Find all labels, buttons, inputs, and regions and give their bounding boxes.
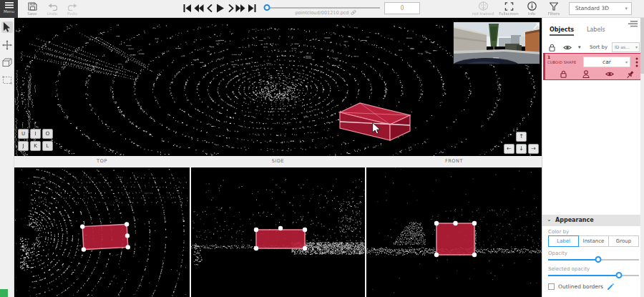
tab-labels[interactable]: Labels [587,26,605,33]
sidebar-scrollbar[interactable] [640,18,644,297]
filters-button[interactable]: Filters [544,0,564,18]
nav-right-button[interactable]: → [528,144,539,154]
cuboid-tool-button[interactable] [1,57,13,69]
tool-palette [0,18,14,297]
opacity-slider-handle[interactable] [595,256,601,263]
fast-forward-button[interactable] [235,4,245,13]
appearance-section-header[interactable]: ⌄ Appearance [542,215,641,226]
redo-label: Redo [64,11,80,16]
next-frame-button[interactable] [225,4,235,13]
hotkey-button-o[interactable]: O [42,129,53,139]
menu-button[interactable]: Menu [0,0,18,18]
fast-rewind-button[interactable] [194,4,204,13]
move-tool-button[interactable] [1,39,13,51]
undo-icon [48,3,57,11]
object-lock-icon[interactable] [560,70,567,78]
menu-label: Menu [0,9,18,14]
side-ortho-viewport[interactable] [191,167,365,297]
pointcloud-filename[interactable]: pointcloud/001210.pcd [272,10,379,16]
outlined-borders-label: Outlined borders [558,283,603,290]
filter-funnel-icon [550,2,558,11]
dashed-region-icon [2,76,12,84]
selected-opacity-slider-handle[interactable] [616,272,623,278]
select-tool-button[interactable] [1,21,13,33]
model-status: not trained [471,0,495,18]
redo-icon [68,3,77,11]
appearance-title: Appearance [555,217,594,223]
sort-by-label: Sort by [590,44,608,50]
chevron-down-icon: ▾ [625,57,628,67]
color-by-group-button[interactable]: Group [609,235,639,247]
cuboid-icon [2,58,12,67]
hotkey-button-k[interactable]: K [30,141,41,151]
sidebar-scrollbar-thumb[interactable] [640,18,644,74]
expand-all-caret-icon[interactable]: ▾ [578,44,581,50]
link-icon [351,10,356,15]
nav-down-button[interactable]: ↓ [516,144,527,154]
cuboid-annotation-top[interactable] [14,167,190,297]
brain-icon [477,1,489,11]
chevron-down-icon: ⌄ [547,216,552,223]
front-ortho-viewport[interactable] [366,167,542,297]
top-ortho-viewport[interactable] [14,167,190,297]
camera-image-thumbnail[interactable] [453,21,540,64]
undo-label: Undo [44,11,60,16]
object-owner-icon[interactable] [582,70,590,78]
main-3d-viewport[interactable]: U I O J K L ↑ ← ↓ → [14,18,542,156]
selected-opacity-slider[interactable] [548,275,639,276]
chevron-down-icon: ▾ [625,3,628,14]
view-mode-select[interactable]: Standard 3D ▾ [569,2,632,15]
opacity-slider[interactable] [548,259,639,261]
sort-order-select[interactable]: ID as... ▾ [612,42,640,52]
hotkey-button-i[interactable]: I [30,129,41,139]
outlined-borders-checkbox[interactable] [548,283,555,290]
color-by-instance-button[interactable]: Instance [579,235,609,247]
lock-all-icon[interactable] [548,44,556,52]
opacity-label: Opacity [548,250,567,256]
hotkey-button-l[interactable]: L [42,141,53,151]
right-sidebar: Objects Labels ▾ Sort by ID as... ▾ 1 CU… [542,18,644,297]
region-tool-button[interactable] [1,75,13,87]
object-pin-icon[interactable] [625,70,635,79]
edit-pencil-icon[interactable] [607,283,615,291]
skip-to-end-button[interactable] [247,4,257,13]
previous-frame-button[interactable] [205,4,215,13]
camera-scene [454,22,540,64]
fullscreen-icon [504,2,514,11]
color-by-label-button[interactable]: Label [548,235,579,247]
info-label: Info [522,11,541,16]
object-visibility-icon[interactable] [605,70,614,78]
filters-label: Filters [544,11,564,16]
fullscreen-label: Fullscreen [498,11,519,16]
hotkey-button-j[interactable]: J [18,141,29,151]
skip-to-start-button[interactable] [182,4,192,13]
object-category-select[interactable]: car ▾ [583,57,630,67]
frame-slider[interactable] [267,7,380,9]
object-shape-label: CUBOID SHAPE [547,60,576,64]
tab-objects[interactable]: Objects [550,26,574,36]
save-button[interactable]: Save [24,0,40,18]
kebab-menu-icon[interactable] [635,57,638,67]
redo-button[interactable]: Redo [64,0,80,18]
undo-button[interactable]: Undo [44,0,60,18]
save-icon [28,2,37,11]
visibility-all-icon[interactable] [563,44,572,52]
nav-up-button[interactable]: ↑ [516,132,527,142]
object-list-row-car[interactable]: 1 CUBOID SHAPE car ▾ [543,53,641,80]
frame-number-input[interactable] [384,2,420,14]
top-toolbar: Menu Save Undo Redo p [0,0,644,18]
cuboid-annotation-front[interactable] [366,167,542,297]
status-indicator [0,289,8,297]
info-button[interactable]: Info [522,0,541,18]
play-button[interactable] [215,4,225,13]
panel-toggle-icon[interactable] [628,21,638,27]
object-index: 1 [547,54,550,59]
hotkey-button-u[interactable]: U [18,129,29,139]
front-view-label: FRONT [366,158,542,164]
fullscreen-button[interactable]: Fullscreen [498,0,519,18]
viewport-label-strip: TOP SIDE FRONT [14,156,542,167]
side-view-label: SIDE [191,158,365,164]
cuboid-annotation-side[interactable] [191,167,365,297]
nav-left-button[interactable]: ← [504,144,514,154]
frame-slider-handle[interactable] [264,4,270,11]
